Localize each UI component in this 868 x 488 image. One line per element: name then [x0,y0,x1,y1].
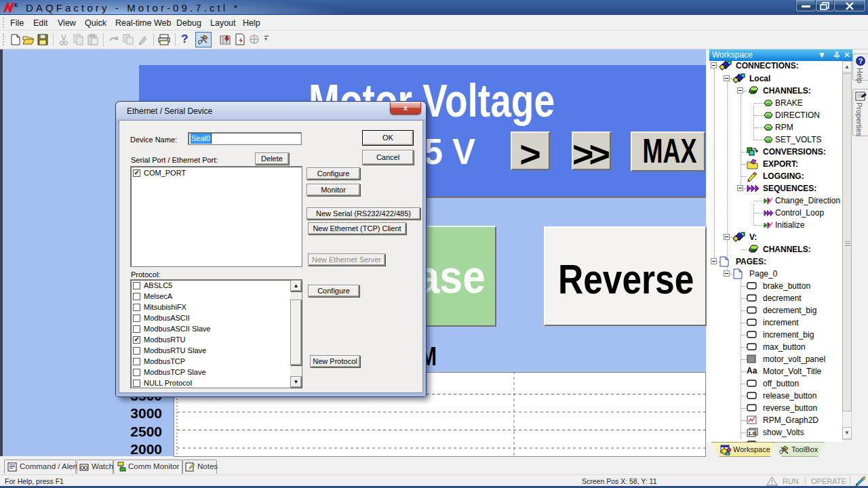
svg-text:1.0: 1.0 [748,430,756,436]
svg-text:E: E [14,2,18,8]
